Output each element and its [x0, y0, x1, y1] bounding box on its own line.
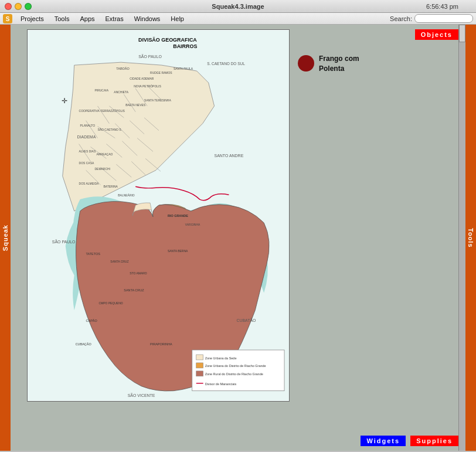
label-nhp: NOVA PETRÓPOLIS	[134, 84, 161, 88]
objects-button[interactable]: Objects	[415, 29, 458, 40]
label-dos-almeida: DOS ALMEIDA	[79, 182, 99, 185]
sao-vicente-label: SÃO VICENTE	[128, 393, 155, 397]
search-area: Search:	[390, 14, 473, 23]
label-capao: CAPÃO	[86, 319, 97, 322]
label-ferrazzopolis: FERRAZZÓPOLIS	[100, 109, 125, 113]
santo-andre-label: SANTO ANDRE	[215, 154, 244, 158]
label-varginha: VARGINHA	[185, 223, 200, 226]
window-title: Squeak4.3.image	[212, 3, 264, 10]
maximize-button[interactable]	[25, 3, 32, 10]
time-display: 6:56:43 pm	[426, 3, 458, 10]
frango-item: Frango comPolenta	[298, 54, 415, 74]
menu-apps[interactable]: Apps	[75, 14, 99, 23]
legend-text-1: Zone Urbana da Sede	[205, 356, 237, 360]
label-cpq: CMPO PEQUENO	[98, 302, 123, 305]
map-title-line2: BAIRROS	[173, 43, 197, 49]
widgets-button[interactable]: Widgets	[361, 436, 406, 446]
menu-bar: S Projects Tools Apps Extras Windows Hel…	[0, 13, 476, 25]
legend-text-4: Divisor de Mananciais	[205, 382, 237, 386]
main-area: Squeak Objects DIVISÃO GEOGRAFICA BAIRRO…	[0, 25, 476, 451]
label-rio-grande: RIO GRANDE	[168, 214, 188, 217]
window-controls	[5, 3, 32, 10]
menu-projects[interactable]: Projects	[16, 14, 49, 23]
title-bar: Squeak4.3.image 6:56:43 pm	[0, 0, 476, 13]
search-label: Search:	[390, 15, 412, 22]
label-balneario: BALNEÁRIO	[118, 193, 135, 197]
label-santa-teresinha: SANTA TERESINHA	[144, 99, 171, 102]
legend-brown-swatch	[196, 371, 203, 376]
label-rudge: RUDGE RAMOS	[150, 72, 172, 74]
menu-windows[interactable]: Windows	[130, 14, 165, 23]
squeak-icon: S	[3, 14, 12, 23]
cubatao-label: CUBATÃO	[236, 318, 256, 322]
menu-tools[interactable]: Tools	[50, 14, 74, 23]
scrollbar-thumb[interactable]	[459, 25, 465, 42]
label-cooperativa: COOPERATIVA	[79, 110, 100, 113]
label-sta-cruz: SANTA CRUZ	[110, 260, 128, 263]
legend-beige-swatch	[196, 355, 203, 360]
center-area: Objects DIVISÃO GEOGRAFICA BAIRROS ✛	[11, 25, 476, 451]
menu-help[interactable]: Help	[166, 14, 189, 23]
scrollbar[interactable]	[458, 25, 465, 451]
map-container: DIVISÃO GEOGRAFICA BAIRROS ✛	[27, 29, 290, 402]
label-demarch: DEMARCHI	[94, 168, 110, 171]
supplies-button[interactable]: Supplies	[410, 436, 458, 446]
label-piraporinha: PIRAPORINHA	[150, 342, 172, 346]
label-santa-paula: SANTA PAULA	[174, 67, 193, 70]
label-baeta-neves: BAETA NEVES	[125, 104, 146, 107]
north-arrow: ✛	[62, 97, 67, 105]
menu-extras[interactable]: Extras	[101, 14, 128, 23]
tools-label: Tools	[467, 228, 474, 248]
map-svg: DIVISÃO GEOGRAFICA BAIRROS ✛	[28, 30, 289, 401]
sao-paulo-left-label: SÃO PAULO	[52, 239, 76, 244]
label-cidade-ademar: CIDADE ADEMAR	[130, 77, 154, 80]
label-arreacao: ARREAÇAO	[96, 153, 113, 156]
diadema-label: DIADEMA	[77, 135, 96, 139]
map-title-line1: DIVISÃO GEOGRAFICA	[138, 37, 197, 43]
sao-caetano-label: S. CAETANO DO SUL	[207, 62, 245, 66]
close-button[interactable]	[5, 3, 12, 10]
bottom-buttons: Widgets Supplies	[361, 436, 458, 446]
label-anchieta: ANCHIETA	[114, 91, 128, 94]
squeak-sidebar[interactable]: Squeak	[0, 25, 11, 451]
minimize-button[interactable]	[15, 3, 22, 10]
label-sto-amaro: STO AMARO	[130, 272, 147, 275]
label-cubacao: CUBAÇÃO	[76, 342, 91, 346]
label-alves-dias: ALVES DIAS	[79, 150, 96, 153]
label-sao-caetano-s: SÃO CAETANO S.	[97, 128, 122, 131]
label-planalto: PLANALTO	[80, 124, 96, 127]
label-santa-cruz-2: SANTA CRUZ	[124, 288, 144, 292]
label-tatetos: TATETOS	[86, 252, 101, 256]
label-baterina: BATERINA	[103, 185, 118, 188]
search-input[interactable]	[414, 14, 473, 23]
squeak-label: Squeak	[2, 225, 9, 251]
legend-text-3: Zone Rural do Distrito de Riacho Grande	[205, 372, 263, 376]
legend-text-2: Zone Urbana do Distrito de Riacho Grande	[205, 364, 266, 368]
label-taboas: TABOÃO	[116, 67, 129, 70]
frango-text: Frango comPolenta	[319, 54, 359, 74]
svg-text:S: S	[6, 16, 10, 22]
sao-paulo-label: SÃO PAULO	[138, 54, 162, 59]
tools-sidebar[interactable]: Tools	[465, 25, 476, 451]
frango-circle	[298, 55, 314, 72]
legend-panel: Frango comPolenta	[298, 54, 415, 74]
label-dos-casa: DOS CASA	[79, 162, 94, 165]
label-pirucaia: PIRUCAIA	[94, 89, 108, 92]
legend-orange-swatch	[196, 363, 203, 368]
label-sta-berna: SANTA BERNA	[168, 250, 188, 253]
